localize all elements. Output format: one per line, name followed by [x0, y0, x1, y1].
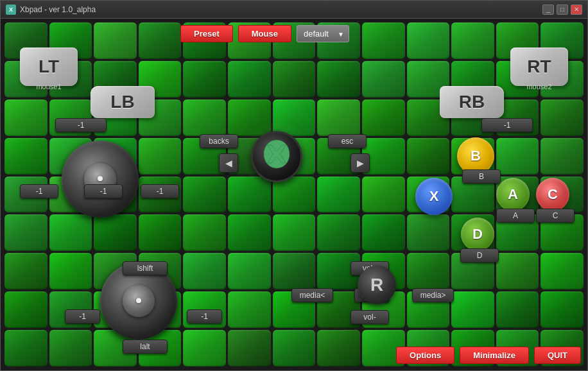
- right-stick-bottom-label[interactable]: lalt: [123, 340, 168, 354]
- preset-button[interactable]: Preset: [180, 25, 233, 42]
- face-btn-c[interactable]: C: [536, 178, 569, 211]
- lt-shape[interactable]: LT: [20, 47, 78, 86]
- lt-label: LT: [39, 56, 59, 77]
- lt-value[interactable]: -1: [55, 118, 107, 132]
- rt-key-label: mouse2: [510, 83, 568, 91]
- top-controls: Preset Mouse default ▼: [180, 25, 349, 42]
- right-stick-right-val[interactable]: -1: [187, 309, 222, 324]
- title-bar: X Xbpad - ver 1.0_alpha _ □ ✕: [1, 1, 587, 19]
- lb-shape[interactable]: LB: [91, 86, 155, 118]
- b-btn-label[interactable]: B: [462, 169, 501, 184]
- lb-label: LB: [110, 92, 134, 112]
- left-stick-right-val[interactable]: -1: [141, 184, 179, 198]
- mouse-button[interactable]: Mouse: [238, 25, 291, 42]
- face-btn-d[interactable]: D: [461, 218, 494, 251]
- rb-shape[interactable]: RB: [440, 86, 504, 118]
- rt-label: RT: [527, 56, 551, 77]
- preset-dropdown-wrapper: default ▼: [297, 25, 349, 42]
- restore-window-btn[interactable]: □: [557, 4, 568, 15]
- right-stick-top-label[interactable]: lshift: [123, 261, 168, 275]
- right-nav-arrow[interactable]: ▶: [350, 153, 370, 173]
- quit-button[interactable]: QUIT: [534, 347, 581, 364]
- rt-value[interactable]: -1: [481, 118, 533, 132]
- window-title: Xbpad - ver 1.0_alpha: [20, 5, 96, 14]
- left-stick-left-val[interactable]: -1: [20, 184, 58, 198]
- left-joystick[interactable]: [62, 141, 139, 218]
- left-joystick-dot: [98, 176, 103, 181]
- face-btn-x[interactable]: X: [415, 178, 453, 215]
- xbox-x-icon: [261, 139, 292, 175]
- esc-label[interactable]: esc: [328, 134, 367, 148]
- right-joystick-dot: [136, 298, 141, 303]
- d-btn-label[interactable]: D: [460, 248, 499, 263]
- title-text: X Xbpad - ver 1.0_alpha: [6, 4, 96, 15]
- left-nav-arrow[interactable]: ◀: [219, 153, 238, 173]
- xbox-logo-button[interactable]: [251, 131, 302, 182]
- title-controls: _ □ ✕: [542, 4, 582, 15]
- preset-dropdown[interactable]: default: [297, 25, 349, 42]
- a-btn-label[interactable]: A: [496, 209, 535, 223]
- media-right-label[interactable]: media>: [412, 288, 454, 302]
- rb-label: RB: [459, 92, 485, 112]
- lt-key-label: mouse1: [20, 83, 78, 91]
- right-joystick-inner: [123, 285, 155, 317]
- app-icon: X: [6, 4, 16, 15]
- media-letter-icon: R: [370, 275, 383, 295]
- close-window-btn[interactable]: ✕: [571, 4, 582, 15]
- lt-trigger: LT mouse1: [20, 47, 78, 89]
- left-stick-center-val: -1: [84, 184, 123, 198]
- media-left-label[interactable]: media<: [291, 288, 333, 302]
- vol-down-label[interactable]: vol-: [350, 310, 389, 324]
- options-button[interactable]: Options: [396, 347, 454, 364]
- minimize-window-btn[interactable]: _: [542, 4, 554, 15]
- media-big-button[interactable]: R: [358, 266, 396, 304]
- right-stick-left-val[interactable]: -1: [65, 309, 100, 324]
- bottom-bar: Options Minimalize QUIT: [396, 347, 581, 364]
- back-label[interactable]: backs: [200, 134, 238, 148]
- rt-trigger: RT mouse2: [510, 47, 568, 89]
- minimalize-button[interactable]: Minimalize: [460, 347, 529, 364]
- c-btn-label[interactable]: C: [536, 209, 575, 223]
- ui-layer: Preset Mouse default ▼ LT mouse1: [1, 19, 587, 370]
- face-btn-a[interactable]: A: [496, 178, 530, 211]
- rt-shape[interactable]: RT: [510, 47, 568, 86]
- main-content: Preset Mouse default ▼ LT mouse1: [1, 19, 587, 370]
